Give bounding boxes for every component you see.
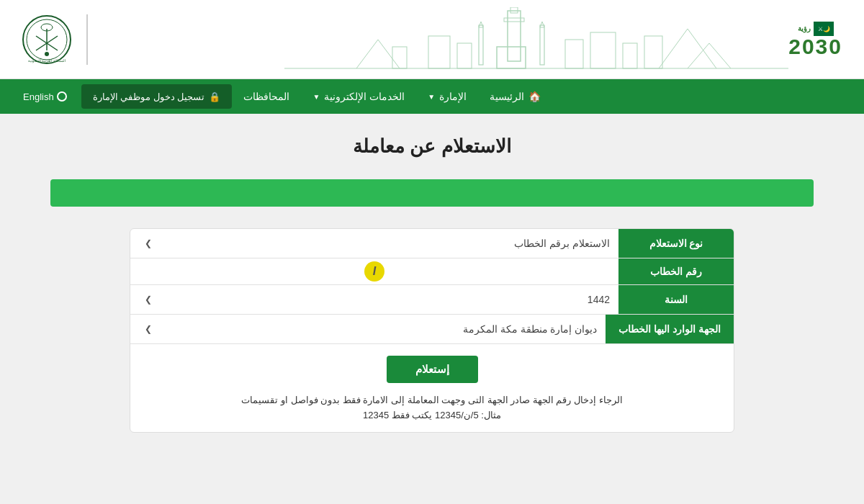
lock-icon: 🔒 xyxy=(209,91,220,102)
submit-button[interactable]: إستعلام xyxy=(387,356,478,383)
home-icon: 🏠 xyxy=(528,91,541,102)
site-header: 🌙⚔ رؤية 2030 xyxy=(0,0,864,79)
svg-rect-11 xyxy=(457,43,472,68)
skyline-svg xyxy=(284,7,788,72)
green-decorative-bar xyxy=(50,179,814,207)
vision-text: رؤية xyxy=(798,25,811,32)
inquiry-type-select[interactable]: الاستعلام برقم الخطاب xyxy=(139,229,610,258)
year-row: السنة 1442 ❯ xyxy=(130,285,734,315)
inquiry-form-card: نوع الاستعلام الاستعلام برقم الخطاب ❯ رق… xyxy=(130,228,734,433)
nav-right-items: 🏠 الرئيسية الإمارة ▼ الخدمات الإلكترونية… xyxy=(232,79,850,114)
nav-home[interactable]: 🏠 الرئيسية xyxy=(478,79,552,114)
inquiry-type-label: نوع الاستعلام xyxy=(618,229,734,258)
svg-rect-13 xyxy=(590,32,616,68)
main-content: الاستعلام عن معاملة نوع الاستعلام الاستع… xyxy=(36,114,828,454)
svg-point-24 xyxy=(45,52,49,56)
language-switch-button[interactable]: English xyxy=(14,86,76,108)
svg-marker-8 xyxy=(540,22,544,27)
letter-number-input-wrapper[interactable]: I xyxy=(130,258,618,284)
svg-rect-3 xyxy=(504,18,524,22)
svg-text:🌙⚔: 🌙⚔ xyxy=(817,25,829,32)
inquiry-type-row: نوع الاستعلام الاستعلام برقم الخطاب ❯ xyxy=(130,229,734,258)
svg-rect-15 xyxy=(623,43,637,68)
nav-eservices[interactable]: الخدمات الإلكترونية ▼ xyxy=(301,79,416,114)
globe-icon xyxy=(57,91,67,102)
letter-number-label: رقم الخطاب xyxy=(618,258,734,284)
sender-select[interactable]: ديوان إمارة منطقة مكة المكرمة xyxy=(139,315,597,343)
ministry-emblem: المملكة العربية السعودية xyxy=(22,14,72,65)
vision-year: 2030 xyxy=(788,36,842,58)
svg-rect-5 xyxy=(479,25,483,65)
svg-rect-16 xyxy=(644,36,662,68)
svg-rect-14 xyxy=(392,47,407,68)
svg-rect-7 xyxy=(540,25,544,65)
emirate-arrow-icon: ▼ xyxy=(428,93,435,101)
form-example: مثال: 5/ن/12345 يكتب فقط 12345 xyxy=(130,408,734,432)
nav-emirate[interactable]: الإمارة ▼ xyxy=(416,79,478,114)
sender-label: الجهة الوارد اليها الخطاب xyxy=(606,315,734,343)
year-label: السنة xyxy=(618,285,734,314)
svg-rect-12 xyxy=(565,40,583,68)
letter-number-row: رقم الخطاب I xyxy=(130,258,734,285)
svg-rect-4 xyxy=(510,7,518,13)
header-skyline xyxy=(102,7,788,72)
nav-left-items: 🔒 تسجيل دخول موظفي الإمارة English xyxy=(14,84,232,109)
vision-2030-logo: 🌙⚔ رؤية 2030 xyxy=(788,22,842,58)
sender-input[interactable]: ديوان إمارة منطقة مكة المكرمة ❯ xyxy=(130,315,606,343)
nav-provinces[interactable]: المحافظات xyxy=(232,79,301,114)
employee-login-button[interactable]: 🔒 تسجيل دخول موظفي الإمارة xyxy=(81,84,233,109)
form-actions: إستعلام xyxy=(130,344,734,390)
eservices-arrow-icon: ▼ xyxy=(312,93,320,101)
saudi-flag-icon: 🌙⚔ xyxy=(814,22,834,36)
inquiry-type-input[interactable]: الاستعلام برقم الخطاب ❯ xyxy=(130,229,618,258)
svg-rect-10 xyxy=(428,36,450,68)
sender-row: الجهة الوارد اليها الخطاب ديوان إمارة من… xyxy=(130,315,734,344)
form-note: الرجاء إدخال رقم الجهة صادر الجهة التى و… xyxy=(130,390,734,408)
header-logos: 🌙⚔ رؤية 2030 xyxy=(788,22,842,58)
year-input[interactable]: 1442 ❯ xyxy=(130,285,618,314)
year-select[interactable]: 1442 xyxy=(139,285,610,314)
svg-rect-9 xyxy=(497,47,526,68)
header-divider xyxy=(86,14,88,65)
page-title: الاستعلام عن معاملة xyxy=(50,135,814,158)
svg-marker-6 xyxy=(479,22,483,27)
svg-text:المملكة العربية السعودية: المملكة العربية السعودية xyxy=(28,58,66,63)
main-navbar: 🏠 الرئيسية الإمارة ▼ الخدمات الإلكترونية… xyxy=(0,79,864,114)
